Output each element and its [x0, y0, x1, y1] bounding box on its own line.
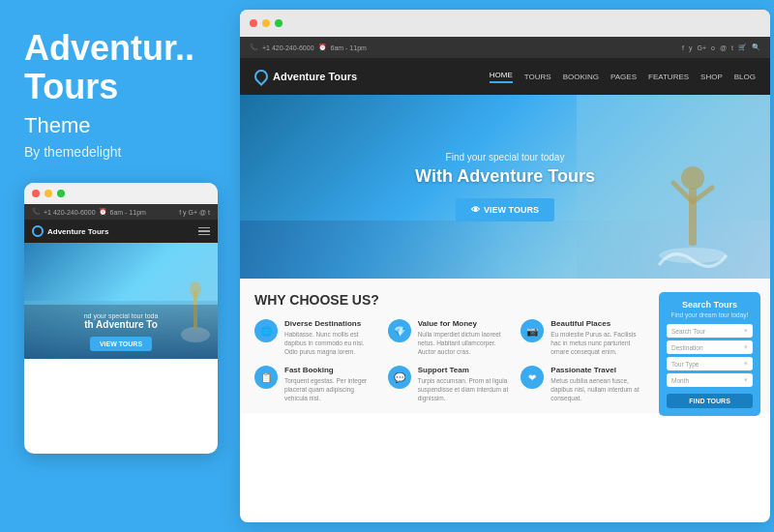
- desktop-mockup: 📞 +1 420-240-6000 ⏰ 6am - 11pm f y G+ o …: [240, 10, 770, 522]
- chevron-down-icon: ▾: [744, 376, 748, 384]
- chevron-down-icon: ▾: [744, 343, 748, 351]
- social-t: t: [731, 44, 733, 51]
- desktop-logo-text: Adventure Tours: [273, 71, 357, 82]
- mobile-hero-sub: nd your special tour toda: [32, 312, 210, 319]
- fast-booking-icon: 📋: [254, 366, 278, 389]
- hero-btn-label: VIEW TOURS: [484, 205, 539, 215]
- desktop-top-bar: 📞 +1 420-240-6000 ⏰ 6am - 11pm f y G+ o …: [240, 37, 770, 58]
- mobile-top-bar-right: f y G+ @ t: [179, 209, 210, 216]
- desktop-phone: +1 420-240-6000: [262, 44, 314, 51]
- feature-title: Passionate Travel: [551, 366, 644, 374]
- support-team-icon: 💬: [388, 366, 411, 389]
- fast-booking-text: Fast Booking Torquent egestas. Per integ…: [284, 366, 378, 402]
- month-placeholder: Month: [671, 377, 689, 384]
- cart-icon: 🛒: [738, 44, 747, 51]
- clock-icon: ⏰: [99, 208, 107, 216]
- desktop-hero: Find your special tour today With Advent…: [240, 95, 770, 279]
- feature-fast-booking: 📋 Fast Booking Torquent egestas. Per int…: [254, 366, 378, 402]
- hero-view-tours-button[interactable]: 👁 VIEW TOURS: [456, 198, 554, 222]
- mobile-top-bar-left: 📞 +1 420-240-6000 ⏰ 6am - 11pm: [32, 208, 146, 216]
- social-y: y: [689, 44, 693, 51]
- feature-desc: Torquent egestas. Per integer placerat q…: [284, 376, 378, 402]
- chevron-down-icon: ▾: [744, 360, 748, 368]
- browser-dot-green: [275, 19, 283, 27]
- search-icon: 🔍: [752, 44, 760, 51]
- dot-red: [32, 190, 40, 197]
- mobile-hero: nd your special tour toda th Adventure T…: [24, 243, 218, 359]
- search-panel-title: Search Tours: [667, 300, 753, 310]
- hamburger-line: [198, 234, 210, 236]
- hamburger-menu[interactable]: [198, 227, 210, 236]
- beautiful-places-text: Beautiful Places Eu molestie Purus ac. F…: [551, 319, 644, 356]
- nav-home[interactable]: HOME: [490, 71, 513, 83]
- hero-subtitle: Find your special tour today: [415, 152, 595, 163]
- desktop-nav-links: HOME TOURS BOOKING PAGES FEATURES SHOP B…: [490, 71, 756, 83]
- feature-title: Support Team: [418, 366, 512, 374]
- tour-type-field[interactable]: Tour Type ▾: [667, 357, 753, 370]
- nav-blog[interactable]: BLOG: [734, 73, 756, 81]
- app-author: By themedelight: [24, 144, 121, 160]
- diverse-destinations-text: Diverse Destinations Habitasse. Nunc mol…: [284, 319, 378, 356]
- social-o: o: [711, 44, 715, 51]
- app-subtitle: Theme: [24, 113, 90, 138]
- feature-desc: Eu molestie Purus ac. Facilisis hac in m…: [551, 330, 644, 356]
- search-tour-field[interactable]: Search Tour ▾: [667, 324, 753, 338]
- month-field[interactable]: Month ▾: [667, 373, 753, 387]
- mobile-mockup: 📞 +1 420-240-6000 ⏰ 6am - 11pm f y G+ @ …: [24, 183, 218, 454]
- clock-icon: ⏰: [318, 44, 327, 51]
- search-tours-panel: Search Tours Find your dream tour today!…: [659, 292, 760, 416]
- hamburger-line: [198, 230, 210, 232]
- dot-yellow: [45, 190, 52, 197]
- search-tour-placeholder: Search Tour: [671, 328, 705, 335]
- feature-value-money: 💎 Value for Money Nulla imperdiet dictum…: [388, 319, 512, 356]
- mobile-hours: 6am - 11pm: [110, 209, 146, 216]
- phone-icon: 📞: [32, 208, 41, 216]
- passionate-travel-icon: ❤: [521, 366, 544, 389]
- features-grid: 🌐 Diverse Destinations Habitasse. Nunc m…: [254, 319, 644, 403]
- passionate-travel-text: Passionate Travel Metus cubilia aenean f…: [551, 366, 644, 402]
- browser-dot-yellow: [262, 19, 270, 27]
- hamburger-line: [198, 227, 210, 229]
- search-panel-subtitle: Find your dream tour today!: [667, 311, 753, 318]
- hero-content: Find your special tour today With Advent…: [415, 152, 595, 222]
- hero-title: With Adventure Tours: [415, 166, 595, 187]
- nav-features[interactable]: FEATURES: [648, 73, 689, 81]
- feature-desc: Nulla imperdiet dictum laoreet netus. Ha…: [418, 330, 512, 356]
- diverse-destinations-icon: 🌐: [254, 319, 278, 342]
- feature-title: Beautiful Places: [551, 319, 644, 328]
- mobile-hero-overlay: nd your special tour toda th Adventure T…: [24, 305, 218, 359]
- nav-tours[interactable]: TOURS: [524, 73, 551, 81]
- nav-pages[interactable]: PAGES: [610, 73, 637, 81]
- feature-desc: Turpis accumsan. Prom at ligula suspendi…: [418, 376, 512, 402]
- mobile-phone: +1 420-240-6000: [44, 209, 96, 216]
- desktop-top-bar-right: f y G+ o @ t 🛒 🔍: [682, 44, 760, 51]
- nav-booking[interactable]: BOOKING: [563, 73, 599, 81]
- tour-type-placeholder: Tour Type: [671, 361, 699, 368]
- mobile-logo-text: Adventure Tours: [47, 227, 108, 236]
- feature-title: Fast Booking: [284, 366, 378, 374]
- social-at: @: [720, 44, 727, 51]
- social-icons: f y G+ @ t: [179, 209, 210, 216]
- support-team-text: Support Team Turpis accumsan. Prom at li…: [418, 366, 512, 402]
- feature-diverse-destinations: 🌐 Diverse Destinations Habitasse. Nunc m…: [254, 319, 378, 356]
- svg-point-2: [190, 281, 201, 297]
- mobile-view-tours-button[interactable]: VIEW TOURS: [90, 337, 152, 351]
- phone-icon: 📞: [250, 44, 258, 51]
- feature-title: Value for Money: [418, 319, 512, 328]
- find-tours-button[interactable]: FIND TOURS: [667, 394, 753, 408]
- destination-field[interactable]: Destination ▾: [667, 340, 753, 354]
- chevron-down-icon: ▾: [744, 327, 748, 335]
- browser-bar: [240, 10, 770, 37]
- mobile-top-bar: 📞 +1 420-240-6000 ⏰ 6am - 11pm f y G+ @ …: [24, 204, 218, 220]
- social-f: f: [682, 44, 684, 51]
- feature-desc: Metus cubilia aenean fusce, dapibus nisl…: [551, 376, 644, 402]
- feature-beautiful-places: 📷 Beautiful Places Eu molestie Purus ac.…: [521, 319, 644, 356]
- value-money-text: Value for Money Nulla imperdiet dictum l…: [418, 319, 512, 356]
- browser-dot-red: [250, 19, 257, 27]
- dot-green: [57, 190, 65, 197]
- mobile-logo-area: Adventure Tours: [32, 225, 108, 237]
- feature-passionate-travel: ❤ Passionate Travel Metus cubilia aenean…: [521, 366, 644, 402]
- desktop-top-bar-left: 📞 +1 420-240-6000 ⏰ 6am - 11pm: [250, 44, 367, 51]
- desktop-hours: 6am - 11pm: [331, 44, 367, 51]
- nav-shop[interactable]: SHOP: [700, 73, 723, 81]
